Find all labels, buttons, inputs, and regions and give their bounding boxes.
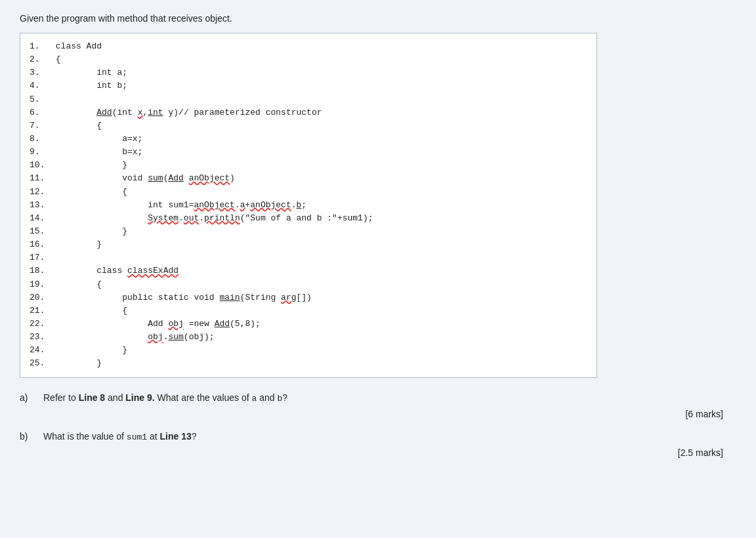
code-line-12: 12. { <box>30 186 587 199</box>
code-line-15: 15. } <box>30 225 587 238</box>
code-line-20: 20. public static void main(String arg[]… <box>30 291 587 304</box>
line-num-22: 22. <box>30 318 51 331</box>
question-a-label: a) <box>20 392 43 403</box>
question-a-text: Refer to Line 8 and Line 9. What are the… <box>43 392 736 404</box>
line8-bold: Line 8 <box>79 392 105 403</box>
code-line-17: 17. <box>30 251 587 264</box>
line-num-23: 23. <box>30 331 51 344</box>
line9-bold: Line 9. <box>125 392 154 403</box>
code-line-7: 7. { <box>30 119 587 133</box>
line-num-9: 9. <box>30 146 51 159</box>
line-num-7: 7. <box>30 119 51 133</box>
line-num-19: 19. <box>30 278 51 291</box>
code-line-23: 23. obj.sum(obj); <box>30 331 587 344</box>
line-num-21: 21. <box>30 304 51 318</box>
code-line-9: 9. b=x; <box>30 146 587 159</box>
line-num-5: 5. <box>30 93 51 106</box>
code-line-1: 1. class Add <box>30 40 587 53</box>
code-line-4: 4. int b; <box>30 79 587 93</box>
questions-section: a) Refer to Line 8 and Line 9. What are … <box>20 392 736 458</box>
code-block: 1. class Add 2. { 3. int a; 4. int b; 5.… <box>20 33 597 378</box>
line-num-17: 17. <box>30 251 51 264</box>
line-num-13: 13. <box>30 199 51 212</box>
line-num-10: 10. <box>30 159 51 172</box>
line13-bold: Line 13 <box>160 431 192 442</box>
question-b-marks: [2.5 marks] <box>20 447 736 458</box>
code-line-13: 13. int sum1=anObject.a+anObject.b; <box>30 199 587 212</box>
var-a-code: a <box>252 394 257 404</box>
line-num-3: 3. <box>30 66 51 79</box>
line-num-15: 15. <box>30 225 51 238</box>
question-a-marks: [6 marks] <box>20 409 736 419</box>
line-num-14: 14. <box>30 212 51 225</box>
code-line-2: 2. { <box>30 53 587 66</box>
code-line-16: 16. } <box>30 238 587 251</box>
code-line-6: 6. Add(int x,int y)// parameterized cons… <box>30 106 587 119</box>
line-num-1: 1. <box>30 40 51 53</box>
line-num-20: 20. <box>30 291 51 304</box>
line-num-4: 4. <box>30 79 51 93</box>
var-b-code: b <box>277 394 282 404</box>
question-b-label: b) <box>20 431 43 442</box>
line-num-24: 24. <box>30 344 51 357</box>
code-line-5: 5. <box>30 93 587 106</box>
line-num-25: 25. <box>30 357 51 370</box>
code-line-25: 25. } <box>30 357 587 370</box>
question-b-row: b) What is the value of sum1 at Line 13? <box>20 431 736 442</box>
code-line-10: 10. } <box>30 159 587 172</box>
line-num-12: 12. <box>30 186 51 199</box>
line-num-11: 11. <box>30 172 51 185</box>
code-line-22: 22. Add obj =new Add(5,8); <box>30 318 587 331</box>
line-num-6: 6. <box>30 106 51 119</box>
var-sum1-code: sum1 <box>127 432 147 442</box>
code-line-19: 19. { <box>30 278 587 291</box>
question-b-text: What is the value of sum1 at Line 13? <box>43 431 736 442</box>
code-line-14: 14. System.out.println("Sum of a and b :… <box>30 212 587 225</box>
line-num-2: 2. <box>30 53 51 66</box>
intro-text: Given the program with method that recei… <box>20 13 736 24</box>
code-line-18: 18. class classExAdd <box>30 264 587 278</box>
code-line-21: 21. { <box>30 304 587 318</box>
code-line-3: 3. int a; <box>30 66 587 79</box>
code-line-11: 11. void sum(Add anObject) <box>30 172 587 185</box>
line-num-8: 8. <box>30 133 51 146</box>
code-line-24: 24. } <box>30 344 587 357</box>
line-num-18: 18. <box>30 264 51 278</box>
line-num-16: 16. <box>30 238 51 251</box>
question-a-row: a) Refer to Line 8 and Line 9. What are … <box>20 392 736 404</box>
code-line-8: 8. a=x; <box>30 133 587 146</box>
